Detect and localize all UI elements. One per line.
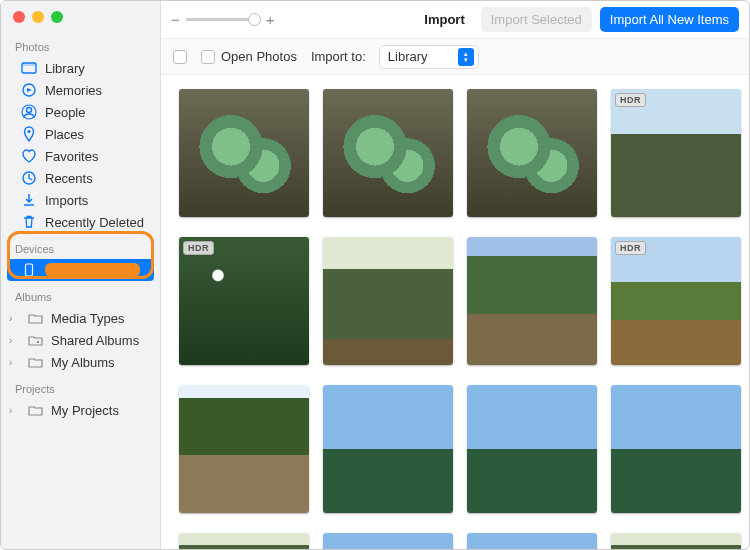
photo-thumbnail[interactable]: HDR [179, 237, 309, 365]
photo-thumbnail[interactable]: HDR [611, 237, 741, 365]
photo-thumbnail[interactable]: HDR [611, 89, 741, 217]
sidebar-item-memories[interactable]: Memories [1, 79, 160, 101]
clock-icon [21, 170, 37, 186]
sidebar-item-shared-albums[interactable]: › Shared Albums [1, 329, 160, 351]
zoom-in-icon[interactable]: + [266, 11, 275, 28]
section-photos-label: Photos [1, 31, 160, 57]
photo-thumbnail[interactable] [179, 385, 309, 513]
sidebar-item-label: Places [45, 127, 84, 142]
section-projects-label: Projects [1, 373, 160, 399]
import-to-label: Import to: [311, 49, 366, 64]
sidebar-item-label: Shared Albums [51, 333, 139, 348]
sidebar-item-label: Imports [45, 193, 88, 208]
import-to-value: Library [388, 49, 428, 64]
photo-thumbnail[interactable] [179, 533, 309, 549]
sidebar-item-places[interactable]: Places [1, 123, 160, 145]
photo-thumbnail[interactable] [323, 89, 453, 217]
thumbnail-grid-area[interactable]: HDR HDR HDR [161, 75, 749, 549]
photo-thumbnail[interactable] [611, 533, 741, 549]
hdr-badge: HDR [615, 241, 646, 255]
svg-point-8 [36, 340, 38, 342]
toolbar: − + Import Import Selected Import All Ne… [161, 1, 749, 39]
memories-icon [21, 82, 37, 98]
slider-knob[interactable] [248, 13, 261, 26]
close-icon[interactable] [13, 11, 25, 23]
sidebar-item-my-albums[interactable]: › My Albums [1, 351, 160, 373]
heart-icon [21, 148, 37, 164]
minimize-icon[interactable] [32, 11, 44, 23]
app-window: Photos Library Memories People Places Fa… [0, 0, 750, 550]
chevron-right-icon: › [9, 405, 19, 416]
sidebar: Photos Library Memories People Places Fa… [1, 1, 161, 549]
folder-icon [27, 402, 43, 418]
chevron-right-icon: › [9, 313, 19, 324]
photo-thumbnail[interactable] [323, 385, 453, 513]
sidebar-item-library[interactable]: Library [1, 57, 160, 79]
photo-thumbnail[interactable] [467, 237, 597, 365]
trash-icon [21, 214, 37, 230]
sidebar-item-label: Library [45, 61, 85, 76]
options-bar: Open Photos Import to: Library ▴▾ [161, 39, 749, 75]
main-area: − + Import Import Selected Import All Ne… [161, 1, 749, 549]
svg-point-5 [27, 130, 30, 133]
places-icon [21, 126, 37, 142]
photo-thumbnail[interactable] [467, 89, 597, 217]
fullscreen-icon[interactable] [51, 11, 63, 23]
sidebar-item-label: People [45, 105, 85, 120]
chevron-right-icon: › [9, 335, 19, 346]
photo-thumbnail[interactable] [323, 533, 453, 549]
photo-thumbnail[interactable] [611, 385, 741, 513]
sidebar-item-people[interactable]: People [1, 101, 160, 123]
phone-icon [21, 262, 37, 278]
folder-icon [27, 310, 43, 326]
photo-thumbnail[interactable] [467, 533, 597, 549]
sidebar-item-label: My Projects [51, 403, 119, 418]
sidebar-item-label: Recents [45, 171, 93, 186]
svg-rect-7 [26, 264, 33, 276]
open-photos-label: Open Photos [221, 49, 297, 64]
chevron-updown-icon: ▴▾ [458, 48, 474, 66]
zoom-out-icon[interactable]: − [171, 11, 180, 28]
sidebar-item-label: Media Types [51, 311, 124, 326]
sidebar-item-device[interactable] [7, 259, 154, 281]
sidebar-item-imports[interactable]: Imports [1, 189, 160, 211]
photo-thumbnail[interactable] [467, 385, 597, 513]
window-controls [1, 1, 160, 31]
chevron-right-icon: › [9, 357, 19, 368]
folder-icon [27, 354, 43, 370]
sidebar-item-label: Memories [45, 83, 102, 98]
import-to-select[interactable]: Library ▴▾ [380, 46, 478, 68]
hdr-badge: HDR [183, 241, 214, 255]
svg-point-3 [27, 108, 32, 113]
sidebar-item-recently-deleted[interactable]: Recently Deleted [1, 211, 160, 233]
sidebar-item-favorites[interactable]: Favorites [1, 145, 160, 167]
zoom-control: − + [171, 11, 275, 28]
photo-thumbnail[interactable] [323, 237, 453, 365]
sidebar-item-recents[interactable]: Recents [1, 167, 160, 189]
sidebar-item-label: Favorites [45, 149, 98, 164]
tab-import[interactable]: Import [416, 12, 472, 27]
sidebar-item-label: Recently Deleted [45, 215, 144, 230]
sidebar-item-media-types[interactable]: › Media Types [1, 307, 160, 329]
import-selected-button[interactable]: Import Selected [481, 7, 592, 32]
hdr-badge: HDR [615, 93, 646, 107]
sidebar-item-my-projects[interactable]: › My Projects [1, 399, 160, 421]
thumbnail-grid: HDR HDR HDR [179, 89, 731, 549]
device-name-redacted [45, 263, 140, 277]
download-icon [21, 192, 37, 208]
svg-rect-1 [22, 63, 36, 66]
section-albums-label: Albums [1, 281, 160, 307]
import-all-button[interactable]: Import All New Items [600, 7, 739, 32]
shared-folder-icon [27, 332, 43, 348]
zoom-slider[interactable] [186, 18, 260, 21]
select-all-checkbox[interactable] [173, 50, 187, 64]
people-icon [21, 104, 37, 120]
section-devices-label: Devices [1, 233, 160, 259]
library-icon [21, 60, 37, 76]
open-photos-checkbox[interactable] [201, 50, 215, 64]
photo-thumbnail[interactable] [179, 89, 309, 217]
sidebar-item-label: My Albums [51, 355, 115, 370]
